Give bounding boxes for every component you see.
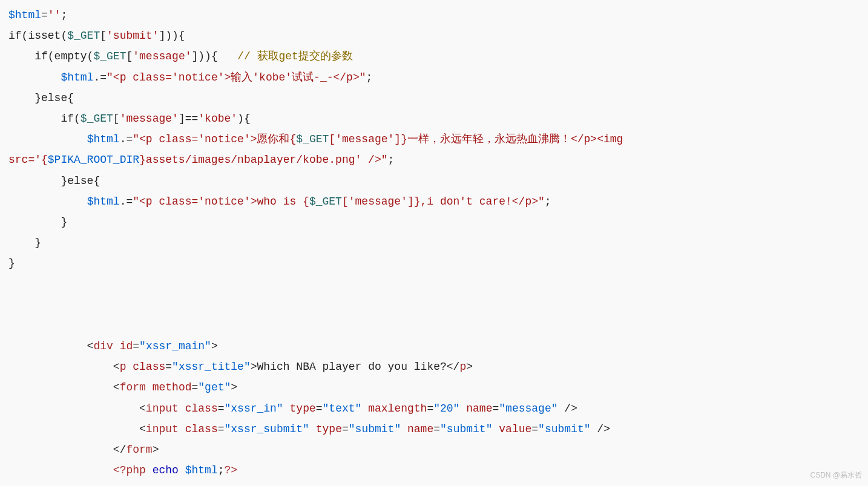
code-token: ;	[218, 464, 225, 476]
code-token: "xssr_in"	[225, 402, 283, 415]
code-token: <	[8, 402, 146, 415]
code-token: =	[191, 381, 198, 393]
code-token: input	[146, 402, 179, 415]
code-token: [	[113, 113, 120, 125]
code-token: =	[531, 423, 538, 435]
code-token: form	[120, 381, 146, 393]
code-token: $_GET	[67, 30, 100, 42]
code-token: class	[133, 361, 165, 373]
code-token	[146, 381, 153, 393]
code-token: >	[231, 381, 237, 393]
code-token	[179, 402, 185, 415]
code-comment: // 获取get提交的参数	[237, 50, 353, 62]
code-token: "message"	[499, 402, 557, 415]
code-token: $html	[8, 9, 41, 21]
code-token: =	[342, 423, 349, 435]
code-token: $html	[185, 464, 218, 476]
code-token: echo	[153, 464, 179, 476]
code-token	[8, 464, 113, 476]
code-token	[8, 133, 87, 145]
code-token: <	[8, 340, 93, 352]
code-token: }else{	[8, 92, 74, 104]
code-token: 'message'	[133, 50, 191, 62]
watermark: CSDN @易水哲	[810, 468, 862, 482]
code-token: />	[591, 423, 610, 435]
code-token: ]==	[179, 113, 198, 125]
code-token: </	[447, 361, 460, 373]
code-token	[8, 195, 87, 208]
code-token	[146, 464, 153, 476]
code-token: id	[120, 340, 133, 352]
code-token: name	[466, 402, 492, 415]
code-token: [	[342, 195, 349, 208]
code-token: type	[290, 402, 316, 415]
code-token: .=	[93, 71, 107, 84]
code-token: 'kobe'	[198, 113, 237, 125]
code-token: "submit"	[440, 423, 492, 435]
code-token: [	[329, 133, 335, 145]
code-token: $html	[87, 195, 120, 208]
code-token: "<p class='notice'>愿你和{	[133, 133, 296, 145]
code-token: ;	[388, 154, 395, 166]
code-token: >	[466, 361, 473, 373]
code-token: ;	[366, 71, 373, 84]
code-token: ;	[61, 9, 67, 21]
code-token: "20"	[433, 402, 459, 415]
code-token: .=	[120, 195, 133, 208]
code-token: =	[133, 340, 139, 352]
code-token: =	[218, 423, 225, 435]
code-token: =	[41, 9, 48, 21]
code-token: }	[8, 216, 67, 228]
code-token: p	[120, 361, 127, 373]
code-token: ]}一样，永远年轻，永远热血沸腾！</p><img	[394, 133, 630, 145]
code-token: ){	[237, 113, 251, 125]
code-token: $html	[87, 133, 120, 145]
code-token: "xssr_title"	[172, 361, 251, 373]
code-token: "<p class='notice'>输入'kobe'试试-_-</p>"	[107, 71, 366, 84]
code-token: =	[218, 402, 225, 415]
code-token: name	[407, 423, 433, 435]
code-token: "text"	[323, 402, 362, 415]
code-token: "xssr_submit"	[225, 423, 309, 435]
code-token: "<p class='notice'>who is {	[133, 195, 309, 208]
code-token: .=	[120, 133, 133, 145]
code-token: ])){	[159, 30, 185, 42]
code-token	[113, 340, 120, 352]
code-token: if(empty(	[8, 50, 93, 62]
code-token: ])){	[191, 50, 237, 62]
code-token: }assets/images/nbaplayer/kobe.png' />"	[139, 154, 387, 166]
code-token: }	[8, 237, 41, 249]
code-token: 'message'	[335, 133, 394, 145]
code-token: 'message'	[120, 113, 179, 125]
code-token: >	[211, 340, 218, 352]
code-token: />	[558, 402, 577, 415]
code-token: </	[8, 444, 126, 456]
code-token: <	[8, 423, 146, 435]
code-token: ;	[545, 195, 551, 208]
code-token: "submit"	[538, 423, 590, 435]
code-token: ]},i don't care!</p>"	[407, 195, 545, 208]
code-token: ?>	[225, 464, 238, 476]
code-token: p	[459, 361, 466, 373]
code-token: "xssr_main"	[139, 340, 211, 352]
code-block: $html=''; if(isset($_GET['submit'])){ if…	[0, 0, 868, 486]
code-token: =	[492, 402, 499, 415]
code-token: $_GET	[309, 195, 342, 208]
code-token: =	[427, 402, 433, 415]
code-token: $html	[61, 71, 93, 84]
code-token: >	[153, 444, 159, 456]
code-token: if(	[8, 113, 81, 125]
code-token: Which NBA player do you like?	[257, 361, 447, 373]
code-token: src='{	[8, 154, 48, 166]
code-token: type	[316, 423, 342, 435]
code-token: <	[8, 361, 120, 373]
code-token: 'submit'	[107, 30, 159, 42]
code-token: =	[433, 423, 440, 435]
code-token: $_GET	[296, 133, 329, 145]
code-token: div	[93, 340, 113, 352]
code-token: =	[165, 361, 172, 373]
code-token: }	[8, 257, 15, 269]
code-token: $PIKA_ROOT_DIR	[48, 154, 139, 166]
code-token: >	[251, 361, 257, 373]
code-token: method	[153, 381, 192, 393]
